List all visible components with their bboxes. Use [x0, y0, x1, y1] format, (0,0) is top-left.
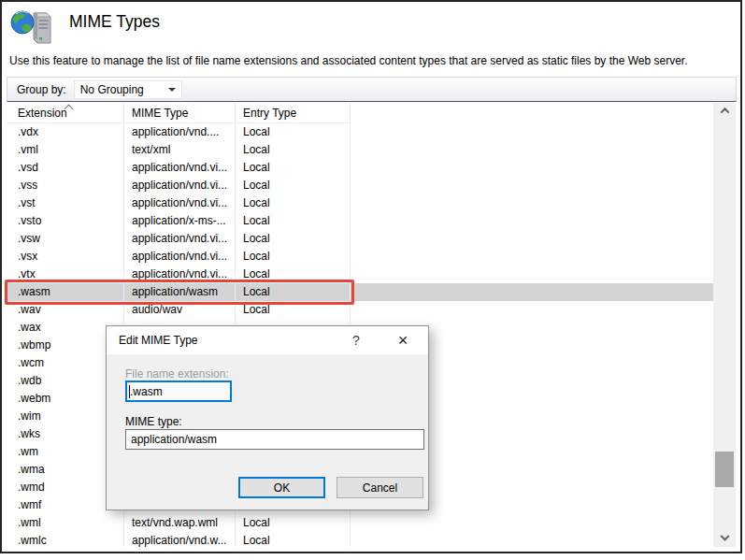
help-icon[interactable]: ?: [342, 326, 370, 354]
table-header: Extension MIME Type Entry Type: [7, 103, 351, 123]
table-row[interactable]: .wmltext/vnd.wap.wmlLocal: [7, 514, 715, 532]
mime-type-cell: application/vnd.vi...: [124, 194, 236, 212]
table-row[interactable]: .vswapplication/vnd.vi...Local: [7, 230, 715, 248]
mime-type-cell: application/vnd.vi...: [124, 248, 236, 266]
entry-type-cell: Local: [236, 248, 351, 266]
table-row[interactable]: .vssapplication/vnd.vi...Local: [7, 177, 715, 194]
table-row[interactable]: .vtxapplication/vnd.vi...Local: [7, 266, 715, 283]
table-row[interactable]: .wasmapplication/wasmLocal: [7, 283, 715, 301]
mime-type-cell: application/vnd....: [124, 123, 236, 141]
mime-type-cell: application/wasm: [124, 283, 236, 301]
entry-type-cell: Local: [236, 159, 351, 177]
dialog-title: Edit MIME Type: [119, 334, 197, 347]
entry-type-cell: Local: [236, 283, 351, 301]
column-header-entry-type[interactable]: Entry Type: [236, 103, 351, 122]
ok-button[interactable]: OK: [238, 477, 325, 498]
table-row[interactable]: .vdxapplication/vnd....Local: [7, 123, 715, 141]
entry-type-cell: Local: [236, 194, 351, 212]
scroll-up-button[interactable]: [713, 103, 736, 119]
table-row[interactable]: .vstoapplication/x-ms-...Local: [7, 212, 715, 230]
sort-ascending-icon: [65, 103, 73, 110]
mime-type-cell: application/vnd.vi...: [124, 266, 236, 283]
extension-cell: .wav: [7, 301, 124, 319]
globe-icon: [11, 11, 34, 34]
mime-type-label: MIME type:: [125, 415, 182, 428]
file-name-extension-value: .wasm: [130, 385, 163, 398]
page-description: Use this feature to manage the list of f…: [9, 54, 688, 67]
extension-cell: .vsd: [7, 159, 124, 177]
entry-type-cell: Local: [236, 301, 351, 319]
chevron-down-icon: [168, 88, 176, 92]
group-by-label: Group by:: [17, 83, 66, 96]
group-by-value: No Grouping: [80, 83, 144, 96]
cancel-button[interactable]: Cancel: [337, 477, 423, 498]
dialog-titlebar[interactable]: Edit MIME Type ? ×: [107, 326, 428, 354]
entry-type-cell: Local: [236, 266, 351, 283]
table-row[interactable]: .vsxapplication/vnd.vi...Local: [7, 248, 715, 266]
file-name-extension-field[interactable]: .wasm: [125, 381, 232, 402]
page-title: MIME Types: [69, 12, 160, 32]
mime-type-cell: application/vnd.vi...: [124, 159, 236, 177]
entry-type-cell: Local: [236, 230, 351, 248]
vertical-scrollbar[interactable]: [713, 103, 736, 547]
extension-cell: .vsto: [7, 212, 124, 230]
mime-type-cell: application/x-ms-...: [124, 212, 236, 230]
extension-cell: .wml: [7, 514, 124, 532]
mime-type-cell: application/vnd.w...: [124, 532, 236, 547]
chevron-down-icon: [720, 532, 729, 541]
mime-types-feature-icon: [9, 7, 54, 47]
mime-type-cell: application/vnd.vi...: [124, 230, 236, 248]
file-name-extension-label: File name extension:: [125, 367, 229, 381]
entry-type-cell: Local: [236, 212, 351, 230]
column-header-mime-type[interactable]: MIME Type: [124, 103, 236, 122]
extension-cell: .wmlc: [7, 532, 124, 547]
table-row[interactable]: .vstapplication/vnd.vi...Local: [7, 194, 715, 212]
table-row[interactable]: .wmlcapplication/vnd.w...Local: [7, 532, 715, 547]
server-tower-icon: [34, 13, 50, 43]
table-row[interactable]: .vmltext/xmlLocal: [7, 141, 715, 159]
extension-cell: .vsx: [7, 248, 124, 266]
chevron-up-icon: [720, 108, 729, 117]
mime-type-cell: text/vnd.wap.wml: [124, 514, 236, 532]
table-row[interactable]: .vsdapplication/vnd.vi...Local: [7, 159, 715, 177]
entry-type-cell: Local: [236, 177, 351, 194]
mime-type-cell: text/xml: [124, 141, 236, 159]
close-icon[interactable]: ×: [387, 326, 419, 354]
extension-cell: .vtx: [7, 266, 124, 283]
table-row[interactable]: .wavaudio/wavLocal: [7, 301, 715, 319]
mime-type-field[interactable]: application/wasm: [125, 429, 424, 450]
mime-type-cell: audio/wav: [124, 301, 236, 319]
extension-cell: .vml: [7, 141, 124, 159]
entry-type-cell: Local: [236, 123, 351, 141]
mime-type-value: application/wasm: [131, 433, 217, 446]
mime-type-cell: application/vnd.vi...: [124, 177, 236, 194]
group-by-dropdown[interactable]: No Grouping: [74, 80, 182, 99]
mime-types-window: MIME Types Use this feature to manage th…: [0, 0, 742, 553]
entry-type-cell: Local: [236, 532, 351, 547]
group-by-toolbar: Group by: No Grouping: [7, 77, 737, 102]
edit-mime-type-dialog: Edit MIME Type ? × File name extension: …: [106, 325, 429, 510]
entry-type-cell: Local: [236, 141, 351, 159]
extension-cell: .vst: [7, 194, 124, 212]
scroll-down-button[interactable]: [713, 531, 736, 547]
entry-type-cell: Local: [236, 514, 351, 532]
extension-cell: .vdx: [7, 123, 124, 141]
extension-cell: .vsw: [7, 230, 124, 248]
extension-cell: .wasm: [7, 283, 124, 301]
extension-cell: .vss: [7, 177, 124, 194]
scrollbar-thumb[interactable]: [715, 452, 734, 487]
